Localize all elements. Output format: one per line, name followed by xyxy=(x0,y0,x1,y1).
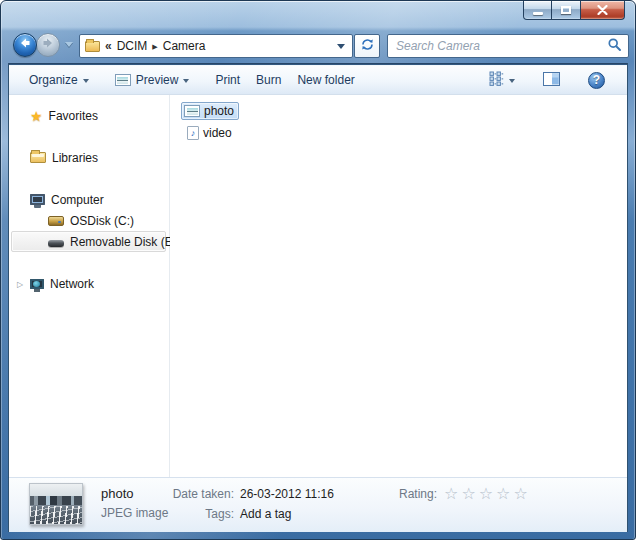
refresh-button[interactable] xyxy=(354,34,380,58)
breadcrumb-item-dcim[interactable]: DCIM xyxy=(117,39,148,53)
computer-icon xyxy=(30,194,45,205)
caption-buttons xyxy=(523,1,625,20)
file-thumbnail xyxy=(29,483,83,525)
preview-pane-icon xyxy=(543,72,560,89)
close-icon xyxy=(597,1,608,19)
sidebar-item-label: Favorites xyxy=(43,109,98,123)
photo-file-icon xyxy=(184,105,200,117)
help-button[interactable]: ? xyxy=(580,68,613,93)
sidebar-item-favorites[interactable]: ★ Favorites xyxy=(11,105,166,126)
libraries-folder-icon xyxy=(30,152,46,163)
minimize-button[interactable] xyxy=(523,1,552,20)
navigation-pane: ★ Favorites Libraries Computer OSDisk (C… xyxy=(9,95,169,477)
maximize-icon xyxy=(561,6,571,14)
organize-button[interactable]: Organize xyxy=(21,69,97,91)
chevron-down-icon xyxy=(183,79,189,83)
details-pane: photo JPEG image Date taken: 26-03-2012 … xyxy=(9,477,627,532)
expand-triangle-icon[interactable]: ▷ xyxy=(17,280,23,289)
file-name-label: video xyxy=(203,126,232,140)
sidebar-item-label: Network xyxy=(44,277,94,291)
back-arrow-icon xyxy=(18,36,32,54)
removable-disk-icon xyxy=(48,240,64,247)
search-icon[interactable] xyxy=(607,37,622,56)
main-area: ★ Favorites Libraries Computer OSDisk (C… xyxy=(9,95,627,477)
details-date-row: Date taken: 26-03-2012 11:16 xyxy=(159,487,334,501)
tags-value[interactable]: Add a tag xyxy=(240,507,291,521)
sidebar-item-label: Libraries xyxy=(46,151,98,165)
help-icon: ? xyxy=(588,72,605,89)
sidebar-item-label: OSDisk (C:) xyxy=(64,214,134,228)
rating-label: Rating: xyxy=(399,487,437,501)
minimize-icon xyxy=(533,12,543,15)
organize-label: Organize xyxy=(29,73,78,87)
navigation-bar: « DCIM ▶ Camera xyxy=(1,29,635,63)
breadcrumb-overflow-chevron[interactable]: « xyxy=(105,39,112,53)
chevron-down-icon xyxy=(83,79,89,83)
date-taken-label: Date taken: xyxy=(159,487,234,501)
sidebar-item-computer[interactable]: Computer xyxy=(11,189,166,210)
folder-icon xyxy=(85,41,100,52)
sidebar-item-label: Computer xyxy=(45,193,104,207)
preview-pane-button[interactable] xyxy=(535,68,568,93)
views-icon xyxy=(488,71,504,89)
details-file-name: photo xyxy=(101,486,134,501)
maximize-button[interactable] xyxy=(552,1,580,20)
file-list: photo ♪ video xyxy=(170,95,627,477)
forward-arrow-icon xyxy=(41,36,55,54)
search-input[interactable] xyxy=(396,39,607,53)
preview-button[interactable]: Preview xyxy=(107,69,198,91)
preview-label: Preview xyxy=(136,73,179,87)
sidebar-item-osdisk-c[interactable]: OSDisk (C:) xyxy=(11,210,166,231)
print-button[interactable]: Print xyxy=(207,69,248,91)
breadcrumb-separator-icon[interactable]: ▶ xyxy=(152,42,157,51)
client-area: Organize Preview Print Burn New folder xyxy=(8,63,628,532)
details-tags-row: Tags: Add a tag xyxy=(159,507,291,521)
thumbnail-boats xyxy=(30,506,82,524)
star-icon: ★ xyxy=(30,109,43,123)
change-view-button[interactable] xyxy=(480,67,523,93)
network-icon xyxy=(30,279,44,289)
preview-image-icon xyxy=(115,74,131,86)
rating-stars[interactable]: ☆☆☆☆☆ xyxy=(444,486,531,502)
file-item-video[interactable]: ♪ video xyxy=(184,124,237,142)
close-button[interactable] xyxy=(580,1,625,20)
breadcrumb-item-camera[interactable]: Camera xyxy=(163,39,206,53)
refresh-icon xyxy=(360,37,375,56)
chevron-down-icon xyxy=(509,79,515,83)
details-rating-row: Rating: ☆☆☆☆☆ xyxy=(399,486,531,502)
video-file-icon: ♪ xyxy=(187,126,199,140)
address-bar[interactable]: « DCIM ▶ Camera xyxy=(79,34,353,58)
toolbar-right-group: ? xyxy=(480,67,613,93)
recent-pages-dropdown[interactable] xyxy=(65,42,73,47)
back-button[interactable] xyxy=(13,33,37,57)
new-folder-button[interactable]: New folder xyxy=(289,69,362,91)
print-label: Print xyxy=(215,73,240,87)
command-bar: Organize Preview Print Burn New folder xyxy=(9,66,627,95)
address-dropdown-icon[interactable] xyxy=(337,44,345,49)
sidebar-item-removable-disk-e[interactable]: Removable Disk (E:) xyxy=(11,231,166,252)
sidebar-item-label: Removable Disk (E:) xyxy=(64,235,180,249)
search-box xyxy=(387,34,629,58)
date-taken-value[interactable]: 26-03-2012 11:16 xyxy=(240,487,334,501)
sidebar-item-libraries[interactable]: Libraries xyxy=(11,147,166,168)
burn-button[interactable]: Burn xyxy=(248,69,289,91)
tags-label: Tags: xyxy=(159,507,234,521)
file-item-photo[interactable]: photo xyxy=(181,102,239,120)
forward-button[interactable] xyxy=(36,33,60,57)
hard-drive-icon xyxy=(48,216,64,226)
explorer-window: « DCIM ▶ Camera xyxy=(0,0,636,540)
new-folder-label: New folder xyxy=(297,73,354,87)
burn-label: Burn xyxy=(256,73,281,87)
file-name-label: photo xyxy=(204,104,234,118)
titlebar[interactable] xyxy=(1,1,635,29)
sidebar-item-network[interactable]: ▷ Network xyxy=(11,273,166,294)
